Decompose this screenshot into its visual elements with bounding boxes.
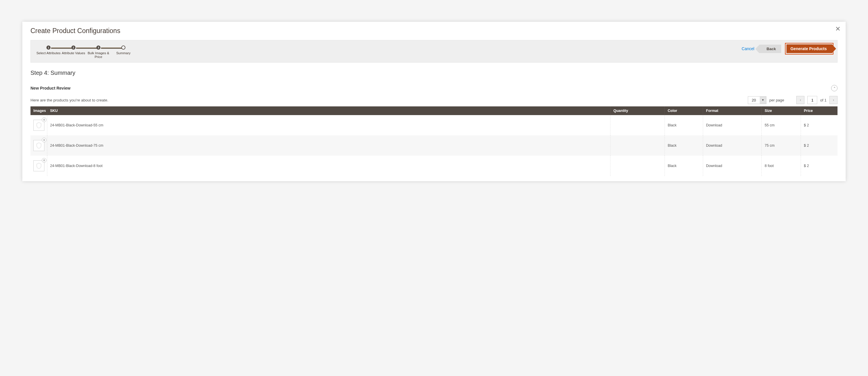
col-size: Size	[762, 106, 801, 115]
stepper: 1 Select Attributes 2 Attribute Values 3…	[36, 44, 136, 59]
cell-quantity	[611, 115, 665, 135]
col-format: Format	[703, 106, 762, 115]
col-quantity: Quantity	[611, 106, 665, 115]
page-number-input[interactable]	[807, 96, 817, 104]
step-select-attributes[interactable]: 1 Select Attributes	[36, 45, 61, 59]
cell-image: 0	[30, 115, 47, 135]
step-dot: 2	[71, 45, 75, 49]
step-label: Select Attributes	[36, 51, 60, 55]
cell-format: Download	[703, 156, 762, 176]
next-page-button[interactable]: ›	[829, 96, 838, 104]
cell-image: 0	[30, 135, 47, 156]
step-dot: 3	[96, 45, 100, 49]
config-modal: ✕ Create Product Configurations 1 Select…	[22, 22, 846, 181]
generate-products-button[interactable]: Generate Products	[786, 44, 832, 53]
step-heading: Step 4: Summary	[30, 70, 838, 76]
cancel-button[interactable]: Cancel	[742, 46, 754, 51]
table-header-row: Images SKU Quantity Color Format Size Pr…	[30, 106, 838, 115]
cell-color: Black	[665, 135, 703, 156]
cell-color: Black	[665, 156, 703, 176]
step-bar: 1 Select Attributes 2 Attribute Values 3…	[30, 40, 838, 63]
col-sku: SKU	[47, 106, 611, 115]
cell-sku: 24-MB01-Black-Download-8 foot	[47, 156, 611, 176]
cell-size: 75 cm	[762, 135, 801, 156]
cell-price: $ 2	[801, 156, 838, 176]
cell-price: $ 2	[801, 115, 838, 135]
close-icon[interactable]: ✕	[835, 26, 840, 32]
cell-image: 0	[30, 156, 47, 176]
image-count-badge: 0	[42, 138, 46, 142]
table-row[interactable]: 024-MB01-Black-Download-8 footBlackDownl…	[30, 156, 838, 176]
section-subtext: Here are the products you're about to cr…	[30, 98, 108, 102]
cell-quantity	[611, 156, 665, 176]
cell-sku: 24-MB01-Black-Download-55 cm	[47, 115, 611, 135]
wizard-actions: Cancel Back Generate Products	[742, 44, 832, 53]
cell-size: 55 cm	[762, 115, 801, 135]
product-thumbnail-icon: 0	[33, 140, 44, 151]
chevron-left-icon: ‹	[800, 98, 801, 102]
col-price: Price	[801, 106, 838, 115]
modal-title: Create Product Configurations	[30, 27, 838, 35]
cell-quantity	[611, 135, 665, 156]
step-dot: 1	[46, 45, 51, 49]
per-page-value: 20	[748, 97, 760, 104]
page-total-label: of 1	[820, 98, 827, 102]
step-label: Summary	[116, 51, 130, 55]
cell-format: Download	[703, 115, 762, 135]
chevron-right-icon: ›	[833, 98, 834, 102]
per-page-label: per page	[769, 98, 784, 102]
section-title: New Product Review	[30, 86, 70, 91]
chevron-down-icon[interactable]: ▼	[760, 97, 766, 104]
products-table: Images SKU Quantity Color Format Size Pr…	[30, 106, 838, 176]
image-count-badge: 0	[42, 158, 46, 163]
per-page-select[interactable]: 20 ▼	[748, 96, 766, 104]
step-label: Bulk Images & Price	[86, 51, 111, 59]
section-header: New Product Review ⌃	[30, 85, 838, 91]
pager: 20 ▼ per page ‹ of 1 ›	[748, 96, 838, 104]
chevron-up-icon: ⌃	[833, 87, 836, 90]
table-row[interactable]: 024-MB01-Black-Download-75 cmBlackDownlo…	[30, 135, 838, 156]
step-label: Attribute Values	[62, 51, 85, 55]
step-dot	[121, 45, 125, 49]
cell-color: Black	[665, 115, 703, 135]
collapse-toggle[interactable]: ⌃	[831, 85, 838, 91]
prev-page-button[interactable]: ‹	[796, 96, 804, 104]
image-count-badge: 0	[42, 117, 46, 122]
back-button[interactable]: Back	[760, 45, 781, 53]
table-row[interactable]: 024-MB01-Black-Download-55 cmBlackDownlo…	[30, 115, 838, 135]
col-color: Color	[665, 106, 703, 115]
col-images: Images	[30, 106, 47, 115]
cell-sku: 24-MB01-Black-Download-75 cm	[47, 135, 611, 156]
cell-format: Download	[703, 135, 762, 156]
product-thumbnail-icon: 0	[33, 120, 44, 131]
toolbar-row: Here are the products you're about to cr…	[30, 96, 838, 104]
product-thumbnail-icon: 0	[33, 160, 44, 171]
cell-size: 8 foot	[762, 156, 801, 176]
cell-price: $ 2	[801, 135, 838, 156]
